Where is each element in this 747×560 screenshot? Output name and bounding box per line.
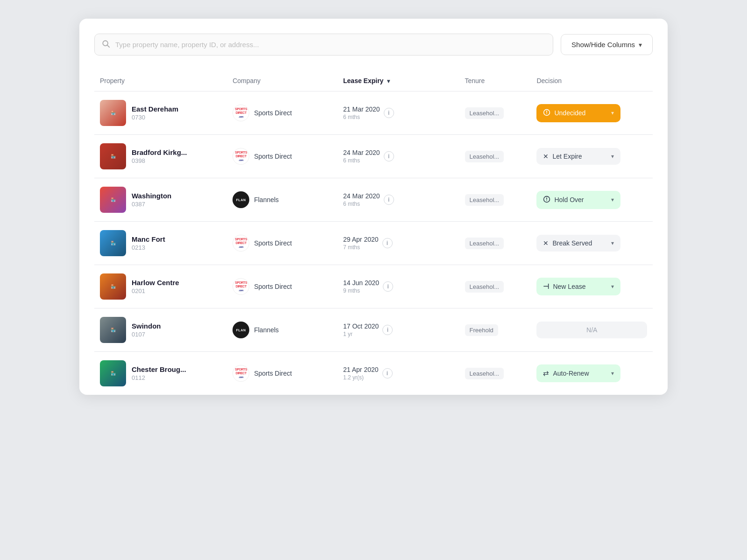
tenure-badge: Leasehol... <box>465 107 504 119</box>
decision-chevron-icon: ▾ <box>611 153 614 160</box>
decision-chevron-icon: ▾ <box>611 196 614 203</box>
tenure-cell: Leasehol... <box>459 265 531 308</box>
property-name: Harlow Centre <box>132 279 179 287</box>
decision-label: Hold Over <box>554 196 584 203</box>
tenure-badge: Freehold <box>465 324 498 336</box>
decision-button[interactable]: ⇄ Auto-Renew ▾ <box>536 364 620 382</box>
decision-icon: ⊣ <box>543 282 549 291</box>
col-header-decision: Decision <box>531 70 653 91</box>
company-cell: SPORTSDIRECT.com Sports Direct <box>227 91 338 135</box>
decision-cell[interactable]: Hold Over ▾ <box>531 178 653 222</box>
lease-date: 29 Apr 2020 <box>343 236 379 243</box>
sort-icon: ▾ <box>387 78 390 84</box>
lease-table: Property Company Lease Expiry ▾ Tenure D… <box>94 70 653 395</box>
property-name: East Dereham <box>132 105 178 113</box>
decision-button[interactable]: Hold Over ▾ <box>536 191 620 209</box>
lease-duration: 6 mths <box>343 157 380 164</box>
info-icon[interactable]: i <box>382 325 393 335</box>
property-cell: 🏪 Harlow Centre 0201 <box>94 265 227 308</box>
info-icon[interactable]: i <box>384 195 394 205</box>
company-cell: SPORTSDIRECT.com Sports Direct <box>227 135 338 178</box>
property-cell: 🏪 Swindon 0107 <box>94 308 227 352</box>
chevron-down-icon: ▾ <box>639 41 642 49</box>
property-name: Bradford Kirkg... <box>132 148 187 156</box>
company-logo: FLAN <box>233 191 249 208</box>
search-icon <box>102 40 110 50</box>
table-header-row: Property Company Lease Expiry ▾ Tenure D… <box>94 70 653 91</box>
search-input[interactable] <box>94 34 553 56</box>
property-id: 0387 <box>132 201 171 208</box>
property-id: 0112 <box>132 374 186 381</box>
tenure-badge: Leasehol... <box>465 368 504 379</box>
decision-cell[interactable]: ✕ Break Served ▾ <box>531 222 653 265</box>
lease-expiry-cell: 17 Oct 2020 1 yr i <box>338 308 459 352</box>
info-icon[interactable]: i <box>382 368 393 378</box>
lease-expiry-cell: 21 Mar 2020 6 mths i <box>338 91 459 135</box>
property-name: Swindon <box>132 322 161 330</box>
decision-icon: ✕ <box>543 153 549 160</box>
lease-date: 24 Mar 2020 <box>343 149 380 156</box>
lease-duration: 9 mths <box>343 287 379 294</box>
company-name: Sports Direct <box>254 370 292 377</box>
property-name: Manc Fort <box>132 235 165 243</box>
lease-duration: 7 mths <box>343 244 379 251</box>
decision-button[interactable]: ✕ Break Served ▾ <box>536 235 620 252</box>
main-card: Show/Hide Columns ▾ Property Company Lea… <box>79 19 668 395</box>
property-id: 0213 <box>132 244 165 251</box>
table-row: 🏪 Manc Fort 0213 SPORTSDIRECT.com Sports… <box>94 222 653 265</box>
tenure-cell: Leasehol... <box>459 135 531 178</box>
table-row: 🏪 Washington 0387 FLAN Flannels 24 Mar 2… <box>94 178 653 222</box>
show-hide-columns-label: Show/Hide Columns <box>571 41 635 49</box>
svg-line-1 <box>107 45 110 47</box>
decision-cell[interactable]: ⊣ New Lease ▾ <box>531 265 653 308</box>
lease-date: 24 Mar 2020 <box>343 192 380 200</box>
property-thumbnail: 🏪 <box>100 100 126 126</box>
lease-date: 17 Oct 2020 <box>343 322 379 330</box>
decision-chevron-icon: ▾ <box>611 283 614 290</box>
property-thumbnail: 🏪 <box>100 317 126 343</box>
svg-point-7 <box>547 200 548 201</box>
info-icon[interactable]: i <box>384 151 394 161</box>
company-name: Flannels <box>254 196 279 203</box>
show-hide-columns-button[interactable]: Show/Hide Columns ▾ <box>561 34 653 55</box>
decision-label: New Lease <box>553 283 585 290</box>
tenure-badge: Leasehol... <box>465 151 504 162</box>
lease-expiry-cell: 29 Apr 2020 7 mths i <box>338 222 459 265</box>
property-thumbnail: 🏪 <box>100 230 126 256</box>
info-icon[interactable]: i <box>383 281 393 292</box>
company-logo: FLAN <box>233 322 249 338</box>
col-header-lease-expiry[interactable]: Lease Expiry ▾ <box>338 70 459 91</box>
col-header-tenure: Tenure <box>459 70 531 91</box>
decision-icon: ✕ <box>543 239 549 247</box>
lease-expiry-cell: 21 Apr 2020 1.2 yr(s) i <box>338 352 459 395</box>
decision-cell[interactable]: ✕ Let Expire ▾ <box>531 135 653 178</box>
decision-cell[interactable]: ⇄ Auto-Renew ▾ <box>531 352 653 395</box>
table-row: 🏪 Chester Broug... 0112 SPORTSDIRECT.com… <box>94 352 653 395</box>
property-thumbnail: 🏪 <box>100 143 126 169</box>
decision-button[interactable]: Undecided ▾ <box>536 104 620 122</box>
info-icon[interactable]: i <box>384 108 394 118</box>
company-name: Sports Direct <box>254 153 292 160</box>
decision-chevron-icon: ▾ <box>611 110 614 116</box>
company-cell: SPORTSDIRECT.com Sports Direct <box>227 222 338 265</box>
decision-button[interactable]: ⊣ New Lease ▾ <box>536 278 620 295</box>
company-cell: FLAN Flannels <box>227 308 338 352</box>
company-name: Sports Direct <box>254 283 292 290</box>
decision-cell: N/A <box>531 308 653 352</box>
decision-icon <box>543 196 550 204</box>
decision-label: Auto-Renew <box>553 370 589 377</box>
tenure-cell: Freehold <box>459 308 531 352</box>
property-id: 0107 <box>132 331 161 338</box>
toolbar: Show/Hide Columns ▾ <box>94 34 653 56</box>
property-cell: 🏪 Chester Broug... 0112 <box>94 352 227 395</box>
lease-duration: 1 yr <box>343 331 379 337</box>
decision-cell[interactable]: Undecided ▾ <box>531 91 653 135</box>
company-logo: SPORTSDIRECT.com <box>233 235 249 252</box>
search-wrap <box>94 34 553 56</box>
company-name: Sports Direct <box>254 109 292 117</box>
decision-badge: N/A <box>536 322 647 338</box>
company-cell: SPORTSDIRECT.com Sports Direct <box>227 352 338 395</box>
info-icon[interactable]: i <box>382 238 393 248</box>
lease-expiry-cell: 24 Mar 2020 6 mths i <box>338 135 459 178</box>
decision-button[interactable]: ✕ Let Expire ▾ <box>536 148 620 165</box>
